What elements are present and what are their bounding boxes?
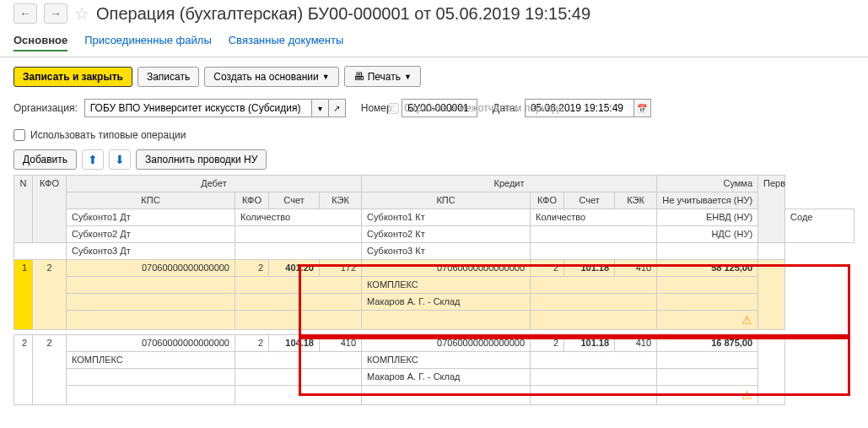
warning-icon: ⚠: [741, 313, 752, 327]
print-button[interactable]: 🖶Печать▼: [344, 66, 421, 87]
table-row[interactable]: Макаров А. Г. - Склад: [14, 369, 855, 386]
printer-icon: 🖶: [353, 70, 364, 83]
col-sum: Сумма: [657, 176, 758, 192]
table-row[interactable]: Макаров А. Г. - Склад: [14, 294, 855, 311]
save-close-button[interactable]: Записать и закрыть: [13, 67, 132, 87]
forward-button[interactable]: →: [44, 3, 67, 24]
reflect-label: Отразить в межотчетном периоде: [404, 102, 563, 114]
col-not-counted: Не учитывается (НУ): [657, 192, 758, 209]
move-up-button[interactable]: ⬆: [82, 149, 104, 170]
org-label: Организация:: [13, 102, 78, 114]
create-from-button[interactable]: Создать на основании▼: [204, 67, 338, 87]
entries-table: N КФО Дебет Кредит Сумма Перв КПС КФО Сч…: [13, 175, 855, 405]
table-row[interactable]: КОМПЛЕКС: [14, 277, 855, 294]
tab-files[interactable]: Присоединенные файлы: [84, 34, 212, 51]
col-sub1kt: Субконто1 Кт: [362, 209, 531, 226]
table-row[interactable]: КОМПЛЕКС КОМПЛЕКС: [14, 352, 855, 369]
col-sub2kt: Субконто2 Кт: [362, 226, 531, 243]
table-row[interactable]: 1 2 07060000000000000 2 401.20 172 07060…: [14, 260, 855, 277]
col-sub3kt: Субконто3 Кт: [362, 243, 531, 260]
save-button[interactable]: Записать: [137, 67, 199, 87]
use-typical-label: Использовать типовые операции: [30, 129, 186, 141]
use-typical-checkbox[interactable]: [13, 129, 25, 141]
caret-down-icon: ▼: [322, 73, 330, 81]
org-open-button[interactable]: ↗: [329, 99, 346, 117]
col-kfo-dt: КФО: [235, 192, 269, 209]
col-qty-dt: Количество: [235, 209, 362, 226]
table-row[interactable]: ⚠: [14, 386, 855, 405]
col-sode: Соде: [785, 209, 855, 243]
fill-nu-button[interactable]: Заполнить проводки НУ: [136, 149, 267, 170]
col-kps-kt: КПС: [362, 192, 531, 209]
col-n: N: [14, 176, 33, 243]
col-acc-dt: Счет: [269, 192, 320, 209]
col-envd: ЕНВД (НУ): [657, 209, 758, 226]
org-dropdown-button[interactable]: ▾: [312, 99, 329, 117]
col-sub3dt: Субконто3 Дт: [67, 243, 235, 260]
col-sub2dt: Субконто2 Дт: [67, 226, 235, 243]
add-row-button[interactable]: Добавить: [13, 149, 77, 170]
table-row[interactable]: 2 2 07060000000000000 2 104.18 410 07060…: [14, 335, 855, 352]
col-perv: Перв: [758, 176, 785, 243]
col-acc-kt: Счет: [564, 192, 615, 209]
create-from-label: Создать на основании: [213, 71, 319, 83]
caret-down-icon: ▼: [404, 73, 412, 81]
col-kps-dt: КПС: [67, 192, 235, 209]
back-button[interactable]: ←: [13, 3, 37, 24]
org-input[interactable]: [84, 99, 312, 117]
col-kfo-kt: КФО: [531, 192, 564, 209]
tab-related[interactable]: Связанные документы: [229, 34, 344, 51]
table-row[interactable]: ⚠: [14, 311, 855, 330]
col-credit: Кредит: [362, 176, 657, 192]
page-title: Операция (бухгалтерская) БУ00-000001 от …: [96, 4, 590, 24]
reflect-checkbox: [388, 103, 399, 114]
col-kek-kt: КЭК: [615, 192, 657, 209]
favorite-star-icon[interactable]: ☆: [74, 3, 89, 24]
print-label: Печать: [368, 71, 401, 83]
col-qty-kt: Количество: [531, 209, 657, 226]
calendar-button[interactable]: 📅: [634, 99, 651, 117]
col-kfo: КФО: [33, 176, 67, 243]
move-down-button[interactable]: ⬇: [109, 149, 131, 170]
col-debit: Дебет: [67, 176, 362, 192]
warning-icon: ⚠: [741, 388, 752, 402]
col-sub1dt: Субконто1 Дт: [67, 209, 235, 226]
col-nds: НДС (НУ): [657, 226, 758, 243]
tab-main[interactable]: Основное: [13, 34, 67, 51]
col-kek-dt: КЭК: [320, 192, 362, 209]
